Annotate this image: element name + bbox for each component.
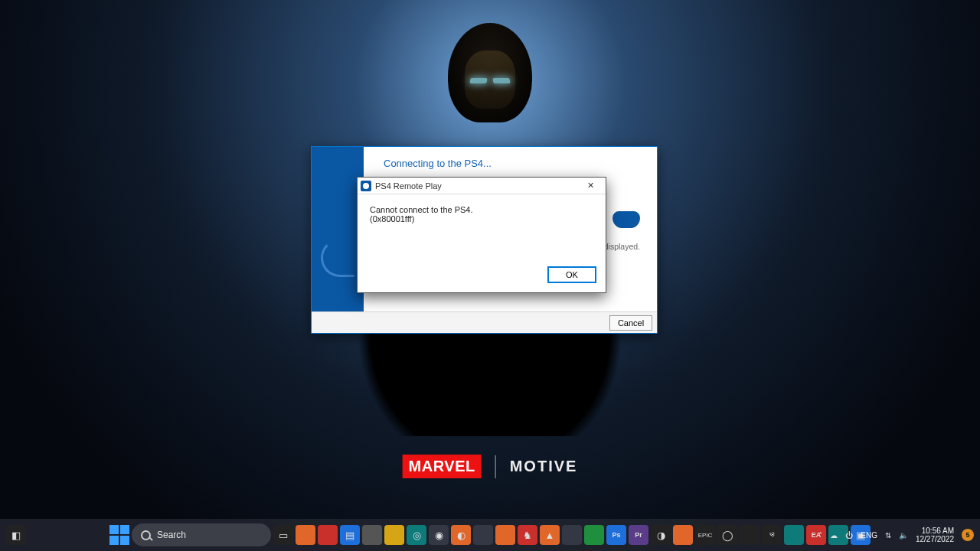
resolve-icon: ◑: [657, 530, 665, 541]
error-code: (0x80001fff): [370, 214, 593, 223]
epic-button[interactable]: EPIC: [695, 525, 715, 545]
brave-button[interactable]: ♞: [518, 525, 537, 545]
search-icon: [141, 530, 151, 540]
network-tray-icon[interactable]: ⇅: [885, 531, 891, 540]
wallpaper-eye-right: [492, 78, 510, 83]
resolve-button[interactable]: ◑: [651, 525, 671, 545]
tray-overflow-button[interactable]: ˄: [818, 531, 822, 540]
taskbar-app-11[interactable]: [784, 525, 804, 545]
taskbar-app-4[interactable]: [384, 525, 404, 545]
chrome-icon: ◉: [435, 530, 443, 541]
taskbar-app-3[interactable]: [362, 525, 382, 545]
premiere-icon: Pr: [635, 531, 642, 539]
premiere-button[interactable]: Pr: [629, 525, 648, 545]
vlc-icon: ▲: [545, 530, 555, 541]
taskbar-app-6[interactable]: [495, 525, 515, 545]
chrome-button[interactable]: ◉: [429, 525, 449, 545]
volume-tray-icon[interactable]: 🔈: [899, 531, 908, 540]
error-dialog[interactable]: PS4 Remote Play ✕ Cannot connect to the …: [357, 177, 606, 293]
controller-icon: [612, 211, 640, 228]
taskbar-app-1[interactable]: [296, 525, 315, 545]
photoshop-button[interactable]: Ps: [606, 525, 626, 545]
error-dialog-titlebar[interactable]: PS4 Remote Play ✕: [358, 178, 606, 194]
clock-date: 12/27/2022: [916, 535, 954, 544]
remote-play-footer: Cancel: [312, 311, 657, 333]
sidebar-deco-icon: [321, 239, 354, 277]
search-placeholder: Search: [157, 530, 186, 540]
vlc-button[interactable]: ▲: [540, 525, 560, 545]
error-dialog-footer: OK: [358, 266, 606, 292]
taskbar-left: ◧: [6, 525, 26, 545]
error-dialog-title: PS4 Remote Play: [375, 181, 442, 191]
cancel-button[interactable]: Cancel: [609, 315, 652, 331]
folder-icon: ▤: [345, 530, 354, 541]
wallpaper-logos: MARVEL MOTIVE: [403, 455, 578, 478]
close-icon: ✕: [587, 181, 594, 190]
onedrive-tray-icon[interactable]: ☁: [830, 531, 838, 540]
notifications-button[interactable]: 5: [962, 529, 974, 541]
taskbar-app-2[interactable]: [318, 525, 338, 545]
marvel-logo: MARVEL: [403, 455, 482, 478]
wallpaper-helmet: [448, 23, 532, 122]
task-view-icon: ▭: [279, 530, 288, 541]
firefox-button[interactable]: ◐: [451, 525, 471, 545]
taskbar[interactable]: ◧ Search ▭ ▤ ◎ ◉ ◐ ♞ ▲ Ps Pr ◑ EPIC ◯ ༄: [0, 519, 980, 551]
taskbar-search[interactable]: Search: [132, 523, 271, 546]
steam-button[interactable]: ◯: [717, 525, 737, 545]
edge-icon: ◎: [413, 530, 421, 541]
widgets-button[interactable]: ◧: [6, 525, 26, 545]
taskbar-app-10[interactable]: [740, 525, 760, 545]
error-dialog-body: Cannot connect to the PS4. (0x80001fff): [358, 194, 606, 266]
edge-button[interactable]: ◎: [407, 525, 426, 545]
widgets-icon: ◧: [11, 530, 21, 541]
wallpaper-eye-left: [469, 78, 487, 83]
remote-play-sidebar: [312, 147, 364, 311]
photoshop-icon: Ps: [612, 531, 620, 539]
epic-icon: EPIC: [698, 532, 713, 539]
remote-play-title: Connecting to the PS4...: [384, 158, 643, 169]
tray-icon-2[interactable]: ⏻: [845, 531, 853, 540]
error-message: Cannot connect to the PS4.: [370, 205, 593, 214]
clock-time: 10:56 AM: [916, 527, 954, 536]
start-button[interactable]: [109, 525, 129, 545]
taskbar-clock[interactable]: 10:56 AM 12/27/2022: [916, 527, 954, 544]
remote-play-screen-note: displayed.: [604, 242, 640, 251]
taskbar-center: Search ▭ ▤ ◎ ◉ ◐ ♞ ▲ Ps Pr ◑ EPIC ◯ ༄ EA…: [109, 523, 871, 546]
close-button[interactable]: ✕: [578, 178, 603, 194]
firefox-icon: ◐: [457, 530, 466, 541]
language-indicator[interactable]: ENG: [861, 531, 877, 540]
taskbar-right: ˄ ☁ ⏻ ENG ⇅ 🔈 10:56 AM 12/27/2022 5: [818, 527, 974, 544]
logo-divider: [495, 455, 496, 478]
ubisoft-button[interactable]: ༄: [762, 525, 782, 545]
file-explorer-button[interactable]: ▤: [340, 525, 360, 545]
taskbar-app-7[interactable]: [562, 525, 582, 545]
motive-logo: MOTIVE: [510, 458, 578, 475]
ubisoft-icon: ༄: [769, 530, 775, 541]
taskbar-app-5[interactable]: [473, 525, 493, 545]
remote-play-app-icon: [361, 181, 371, 191]
brave-icon: ♞: [523, 530, 532, 541]
task-view-button[interactable]: ▭: [273, 525, 293, 545]
ok-button[interactable]: OK: [547, 266, 596, 283]
chevron-up-icon: ˄: [818, 531, 822, 540]
steam-icon: ◯: [722, 530, 733, 541]
taskbar-app-9[interactable]: [673, 525, 693, 545]
taskbar-app-8[interactable]: [584, 525, 604, 545]
